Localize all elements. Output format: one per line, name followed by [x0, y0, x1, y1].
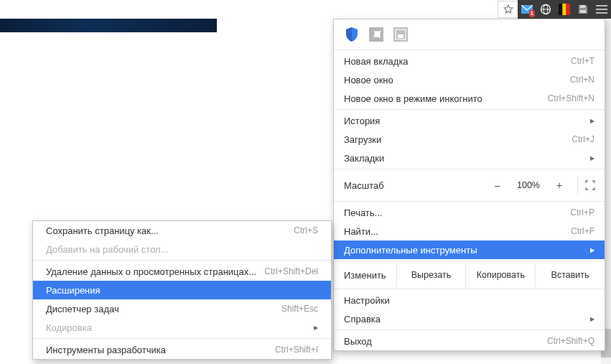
pdf-app-button[interactable]	[368, 27, 384, 42]
menu-print[interactable]: Печать... Ctrl+P	[334, 203, 605, 222]
menu-item-shortcut: Ctrl+Shift+N	[548, 93, 594, 103]
capture-icon	[393, 27, 408, 42]
submenu-save-page[interactable]: Сохранить страницу как... Ctrl+S	[33, 221, 331, 240]
menu-edit-row: Изменить Вырезать Копировать Вставить	[334, 263, 605, 287]
browser-toolbar: 1	[495, 0, 611, 19]
menu-item-label: Инструменты разработчика	[46, 345, 275, 355]
menu-item-label: Справка	[344, 314, 584, 325]
menu-downloads[interactable]: Загрузки Ctrl+J	[334, 130, 605, 149]
menu-item-label: Печать...	[344, 207, 570, 218]
separator	[334, 289, 605, 289]
menu-item-label: Расширения	[46, 285, 318, 296]
menu-exit[interactable]: Выход Ctrl+Shift+Q	[334, 332, 605, 350]
menu-item-shortcut: Ctrl+P	[570, 207, 594, 218]
edit-label: Изменить	[334, 263, 396, 287]
svg-rect-6	[580, 5, 585, 8]
zoom-percent: 100%	[511, 180, 546, 190]
pdf-icon	[369, 27, 383, 42]
menu-item-shortcut: Ctrl+Shift+I	[275, 345, 318, 355]
submenu-task-manager[interactable]: Диспетчер задач Shift+Esc	[33, 299, 331, 318]
flag-extension-button[interactable]	[555, 0, 574, 19]
separator	[334, 330, 605, 330]
menu-settings[interactable]: Настройки	[334, 291, 605, 309]
page-content-sliver	[0, 19, 217, 32]
separator	[334, 261, 605, 261]
svg-rect-14	[398, 34, 404, 38]
separator	[334, 50, 605, 50]
menu-item-label: Удаление данных о просмотренных страница…	[46, 266, 264, 277]
menu-item-label: Настройки	[344, 295, 594, 306]
menu-item-label: Новое окно	[344, 75, 570, 85]
menu-item-label: Диспетчер задач	[46, 304, 281, 314]
submenu-encoding[interactable]: Кодировка	[33, 318, 331, 337]
menu-item-label: Загрузки	[344, 134, 572, 145]
hamburger-menu-button[interactable]	[592, 0, 611, 19]
save-extension-button[interactable]	[574, 0, 592, 19]
menu-item-label: Добавить на рабочий стол...	[46, 244, 318, 255]
menu-new-window[interactable]: Новое окно Ctrl+N	[334, 70, 605, 89]
separator	[334, 169, 605, 169]
extension-strip: 1	[518, 0, 611, 19]
separator	[33, 260, 331, 261]
zoom-out-button[interactable]: –	[484, 175, 511, 195]
more-tools-submenu: Сохранить страницу как... Ctrl+S Добавит…	[32, 220, 332, 360]
edit-cut-button[interactable]: Вырезать	[396, 263, 466, 287]
svg-rect-7	[580, 10, 586, 13]
globe-icon	[540, 4, 551, 15]
submenu-extensions[interactable]: Расширения	[33, 281, 331, 299]
menu-more-tools[interactable]: Дополнительные инструменты	[334, 241, 605, 259]
mail-badge: 1	[529, 10, 535, 17]
menu-item-shortcut: Ctrl+J	[572, 134, 594, 144]
capture-app-button[interactable]	[393, 27, 409, 42]
fullscreen-icon	[585, 180, 595, 190]
menu-item-label: Дополнительные инструменты	[344, 245, 584, 256]
menu-item-shortcut: Ctrl+S	[294, 225, 318, 235]
menu-item-shortcut: Ctrl+F	[571, 226, 594, 236]
menu-new-tab[interactable]: Новая вкладка Ctrl+T	[334, 52, 605, 70]
submenu-add-desktop: Добавить на рабочий стол...	[33, 240, 331, 258]
main-menu: Новая вкладка Ctrl+T Новое окно Ctrl+N Н…	[333, 19, 605, 351]
shield-app-button[interactable]	[344, 27, 360, 42]
svg-rect-9	[596, 9, 607, 10]
menu-item-label: Закладки	[344, 153, 584, 164]
menu-incognito[interactable]: Новое окно в режиме инкогнито Ctrl+Shift…	[334, 89, 605, 108]
menu-item-label: Сохранить страницу как...	[46, 225, 294, 236]
star-icon	[503, 4, 514, 15]
menu-help[interactable]: Справка	[334, 309, 605, 328]
zoom-in-button[interactable]: +	[546, 175, 573, 195]
menu-item-label: Выход	[344, 336, 547, 347]
menu-item-label: История	[344, 116, 584, 126]
menu-find[interactable]: Найти... Ctrl+F	[334, 222, 605, 241]
submenu-dev-tools[interactable]: Инструменты разработчика Ctrl+Shift+I	[33, 340, 331, 359]
mail-extension-button[interactable]: 1	[518, 0, 536, 19]
svg-rect-4	[562, 4, 566, 15]
menu-item-shortcut: Ctrl+T	[571, 56, 594, 66]
edit-paste-button[interactable]: Вставить	[535, 263, 605, 287]
separator	[334, 201, 605, 202]
separator	[33, 338, 331, 339]
fullscreen-button[interactable]	[577, 175, 602, 195]
hamburger-icon	[596, 4, 607, 14]
svg-rect-8	[596, 5, 607, 6]
menu-item-shortcut: Ctrl+N	[570, 75, 594, 85]
menu-history[interactable]: История	[334, 111, 605, 130]
shield-icon	[345, 27, 359, 42]
extension-apps-row	[334, 19, 605, 48]
svg-rect-5	[566, 4, 570, 15]
menu-bookmarks[interactable]: Закладки	[334, 149, 605, 167]
flag-icon	[559, 4, 570, 15]
edit-copy-button[interactable]: Копировать	[465, 263, 535, 287]
zoom-label: Масштаб	[344, 180, 484, 191]
bookmark-star-button[interactable]	[498, 1, 518, 18]
menu-item-shortcut: Ctrl+Shift+Del	[264, 266, 318, 276]
menu-item-label: Новая вкладка	[344, 56, 571, 67]
svg-rect-3	[559, 4, 562, 15]
separator	[334, 109, 605, 110]
menu-item-shortcut: Shift+Esc	[281, 304, 318, 314]
menu-item-label: Новое окно в режиме инкогнито	[344, 93, 548, 104]
menu-item-label: Кодировка	[46, 322, 308, 333]
menu-item-label: Найти...	[344, 226, 571, 237]
menu-item-shortcut: Ctrl+Shift+Q	[547, 336, 594, 346]
submenu-clear-browsing-data[interactable]: Удаление данных о просмотренных страница…	[33, 262, 331, 281]
globe-extension-button[interactable]	[536, 0, 555, 19]
